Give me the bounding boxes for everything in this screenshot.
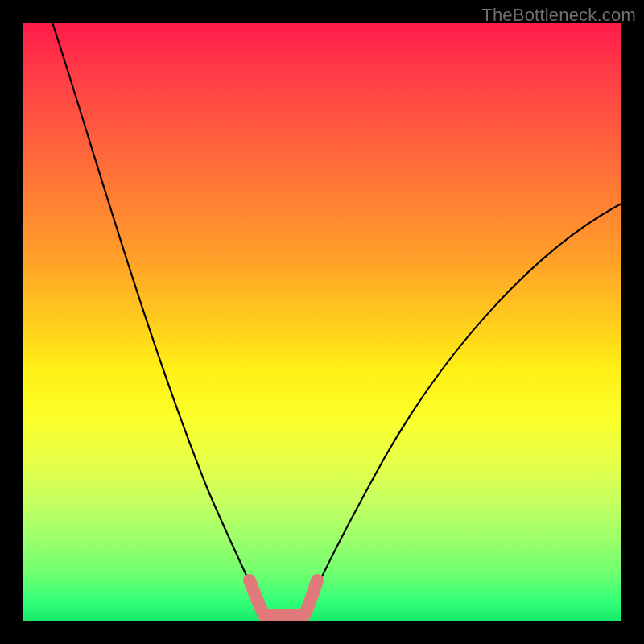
chart-frame: TheBottleneck.com bbox=[0, 0, 644, 644]
optimal-zone-marker bbox=[250, 580, 317, 615]
left-bottleneck-curve bbox=[52, 23, 264, 614]
curve-layer bbox=[23, 23, 621, 621]
right-bottleneck-curve bbox=[304, 204, 621, 614]
plot-area bbox=[23, 23, 621, 621]
